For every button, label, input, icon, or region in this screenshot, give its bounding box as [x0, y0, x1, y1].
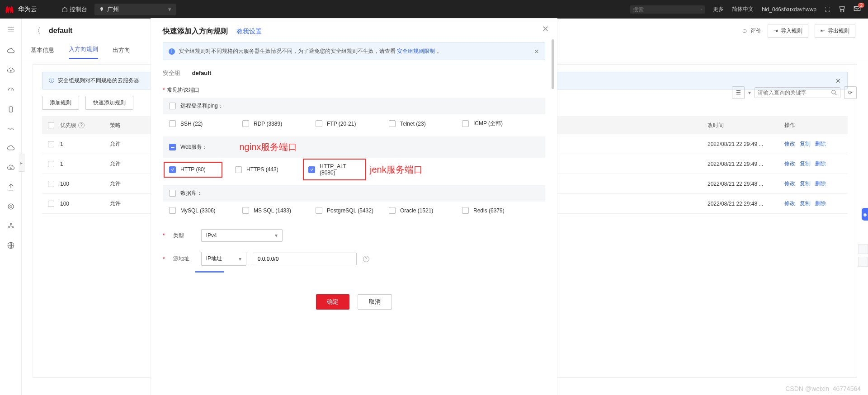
cancel-button[interactable]: 取消: [358, 294, 392, 310]
nav-user[interactable]: hid_046sfxuxdavhwwp: [762, 6, 816, 13]
tab-outbound[interactable]: 出方向: [113, 46, 130, 59]
row-checkbox[interactable]: [48, 201, 54, 207]
confirm-button[interactable]: 确定: [316, 294, 349, 310]
row-checkbox[interactable]: [48, 161, 54, 167]
group-db: 数据库： MySQL (3306) MS SQL (1433) PostgreS…: [163, 185, 545, 219]
op-copy[interactable]: 复制: [800, 141, 811, 147]
op-modify[interactable]: 修改: [784, 141, 795, 147]
cart-icon[interactable]: [838, 5, 845, 14]
cloud-down-icon[interactable]: [7, 164, 15, 173]
cb-ftp[interactable]: [316, 120, 322, 127]
row-ops: 修改复制删除: [784, 200, 848, 207]
back-arrow-icon[interactable]: 〈: [31, 26, 43, 36]
dropdown-caret-icon[interactable]: ▾: [748, 89, 751, 96]
svg-point-1: [840, 10, 841, 11]
expand-icon[interactable]: ⛶: [825, 6, 830, 13]
global-search[interactable]: [630, 5, 705, 14]
cb-icmp[interactable]: [462, 120, 469, 127]
console-link[interactable]: 控制台: [61, 5, 87, 14]
tab-inbound-rules[interactable]: 入方向规则: [69, 45, 98, 59]
op-delete[interactable]: 删除: [815, 180, 826, 187]
side-feedback-tab[interactable]: ◉: [862, 208, 868, 221]
nav-more[interactable]: 更多: [713, 5, 724, 13]
cb-pg[interactable]: [316, 207, 322, 214]
modal-help-link[interactable]: 教我设置: [236, 28, 262, 35]
modal-alert-close[interactable]: ✕: [534, 48, 539, 55]
cb-group-web[interactable]: [169, 144, 176, 150]
op-modify[interactable]: 修改: [784, 200, 795, 207]
nav-lang[interactable]: 简体中文: [732, 5, 754, 13]
security-group-row: 安全组 default: [163, 69, 545, 77]
source-value-input[interactable]: [253, 253, 357, 265]
cb-mssql[interactable]: [242, 207, 249, 214]
op-delete[interactable]: 删除: [815, 141, 826, 147]
cb-ssh[interactable]: [169, 120, 176, 127]
tab-basic-info[interactable]: 基本信息: [31, 46, 54, 59]
row-checkbox[interactable]: [48, 181, 54, 187]
op-modify[interactable]: 修改: [784, 180, 795, 187]
panel-alert-text: 安全组规则对不同规格的云服务器: [58, 77, 139, 85]
op-delete[interactable]: 删除: [815, 160, 826, 167]
quick-add-modal: 快速添加入方向规则 教我设置 ✕ i 安全组规则对不同规格的云服务器生效情况不同…: [151, 19, 557, 395]
cluster-icon[interactable]: [7, 222, 15, 231]
share-icon[interactable]: [7, 183, 15, 193]
cb-oracle[interactable]: [389, 207, 396, 214]
row-priority: 100: [60, 181, 110, 187]
import-rules-button[interactable]: ⇥导入规则: [768, 24, 808, 38]
panel-search[interactable]: [755, 87, 840, 98]
add-rule-button[interactable]: 添加规则: [42, 96, 79, 110]
op-modify[interactable]: 修改: [784, 160, 795, 167]
modal-alert-link[interactable]: 安全组规则限制: [397, 48, 435, 54]
port-ssh: SSH (22): [180, 121, 203, 127]
cb-mysql[interactable]: [169, 207, 176, 214]
cb-redis[interactable]: [462, 207, 469, 214]
region-value: 广州: [107, 5, 119, 14]
op-copy[interactable]: 复制: [800, 180, 811, 187]
refresh-icon[interactable]: ⟳: [844, 86, 857, 99]
cb-http-alt[interactable]: [308, 166, 315, 173]
cb-group-login[interactable]: [169, 103, 176, 109]
cloud2-icon[interactable]: [7, 144, 15, 154]
cb-https[interactable]: [235, 166, 242, 173]
cb-telnet[interactable]: [389, 120, 396, 127]
row-checkbox[interactable]: [48, 141, 54, 147]
side-widget-2[interactable]: [858, 257, 868, 267]
rate-link[interactable]: ☺评价: [741, 27, 761, 35]
cb-http[interactable]: [169, 166, 176, 173]
target-icon[interactable]: [7, 202, 15, 212]
help-icon[interactable]: ?: [78, 122, 85, 128]
mail-icon[interactable]: 2: [854, 5, 861, 13]
cloud-up-icon[interactable]: [7, 66, 15, 76]
cb-group-db[interactable]: [169, 190, 176, 197]
panel-alert-close[interactable]: ✕: [835, 77, 841, 85]
op-copy[interactable]: 复制: [800, 160, 811, 167]
dashboard-icon[interactable]: [7, 86, 15, 95]
strip-expand-handle[interactable]: ▸: [19, 154, 24, 172]
source-mode-select[interactable]: IP地址▾: [201, 252, 246, 266]
device-icon[interactable]: [7, 105, 15, 115]
modal-close-icon[interactable]: ✕: [542, 24, 549, 34]
op-copy[interactable]: 复制: [800, 200, 811, 207]
waves-icon[interactable]: [7, 125, 15, 134]
svg-point-2: [843, 10, 844, 11]
quick-add-rule-button[interactable]: 快速添加规则: [85, 96, 133, 110]
menu-icon[interactable]: [7, 26, 15, 35]
modal-scrollbar[interactable]: [552, 39, 554, 89]
port-http: HTTP (80): [180, 166, 206, 173]
side-widget-1[interactable]: [858, 244, 868, 254]
export-rules-button[interactable]: ⇤导出规则: [815, 24, 855, 38]
left-nav-strip: [0, 19, 22, 395]
select-all-checkbox[interactable]: [48, 122, 54, 128]
brand-logo[interactable]: 华为云: [0, 5, 54, 14]
columns-icon[interactable]: ☰: [732, 86, 745, 99]
type-select[interactable]: IPv4▾: [201, 229, 283, 242]
panel-search-input[interactable]: [758, 89, 831, 96]
import-icon: ⇥: [774, 28, 778, 34]
global-search-input[interactable]: [633, 6, 701, 13]
op-delete[interactable]: 删除: [815, 200, 826, 207]
cloud-icon[interactable]: [7, 47, 15, 56]
help-icon[interactable]: ?: [363, 256, 369, 262]
globe-icon[interactable]: [7, 241, 15, 251]
cb-rdp[interactable]: [242, 120, 249, 127]
region-selector[interactable]: 广州 ▾: [94, 4, 176, 15]
